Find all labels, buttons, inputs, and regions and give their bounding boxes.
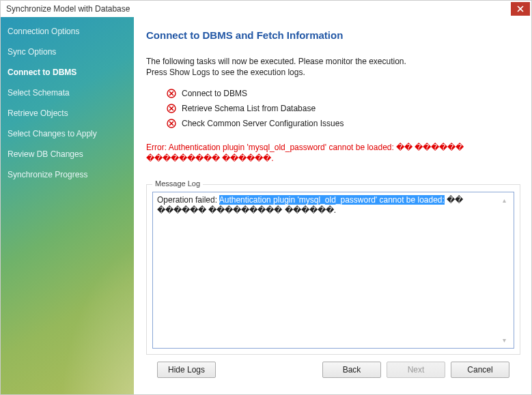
message-log-label: Message Log (152, 179, 203, 188)
log-highlighted: Authentication plugin 'mysql_old_passwor… (219, 195, 445, 205)
task-row: Retrieve Schema List from Database (167, 104, 520, 113)
message-log-group: Message Log Operation failed: Authentica… (146, 184, 520, 355)
task-label: Connect to DBMS (182, 89, 247, 98)
page-description: The following tasks will now be executed… (146, 56, 520, 78)
sidebar-item-retrieve-objects[interactable]: Retrieve Objects (1, 103, 134, 123)
page-title: Connect to DBMS and Fetch Information (146, 29, 520, 41)
sidebar-item-connection-options[interactable]: Connection Options (1, 21, 134, 42)
wizard-sidebar: Connection Options Sync Options Connect … (1, 17, 134, 394)
close-icon (517, 5, 524, 12)
close-button[interactable] (511, 2, 530, 16)
button-bar: Hide Logs Back Next Cancel (146, 355, 520, 387)
window-title: Synchronize Model with Database (6, 4, 130, 14)
back-button[interactable]: Back (322, 362, 381, 378)
error-icon (167, 104, 176, 113)
description-line-1: The following tasks will now be executed… (146, 57, 406, 66)
sidebar-item-select-changes[interactable]: Select Changes to Apply (1, 123, 134, 144)
scrollbar[interactable]: ▴ ▾ (503, 195, 512, 345)
dialog-body: Connection Options Sync Options Connect … (1, 17, 531, 394)
next-button[interactable]: Next (387, 362, 445, 378)
description-line-2: Press Show Logs to see the execution log… (146, 68, 305, 77)
dialog-window: Synchronize Model with Database Connecti… (0, 0, 532, 395)
sidebar-item-review-changes[interactable]: Review DB Changes (1, 144, 134, 164)
log-prefix: Operation failed: (157, 195, 219, 205)
message-log[interactable]: Operation failed: Authentication plugin … (152, 192, 514, 349)
cancel-button[interactable]: Cancel (451, 362, 509, 378)
error-message: Error: Authentication plugin 'mysql_old_… (146, 142, 520, 164)
sidebar-item-connect-dbms[interactable]: Connect to DBMS (1, 62, 134, 83)
task-row: Connect to DBMS (167, 89, 520, 98)
scroll-up-icon: ▴ (503, 195, 512, 205)
error-icon (167, 119, 176, 128)
main-panel: Connect to DBMS and Fetch Information Th… (134, 17, 531, 394)
task-row: Check Common Server Configuration Issues (167, 119, 520, 128)
hide-logs-button[interactable]: Hide Logs (157, 362, 216, 378)
task-list: Connect to DBMS Retrieve Schema List fro… (167, 89, 520, 134)
sidebar-item-sync-options[interactable]: Sync Options (1, 42, 134, 62)
task-label: Check Common Server Configuration Issues (182, 119, 344, 128)
scroll-down-icon: ▾ (503, 335, 512, 345)
task-label: Retrieve Schema List from Database (182, 104, 316, 113)
titlebar: Synchronize Model with Database (1, 1, 531, 17)
error-icon (167, 89, 176, 98)
sidebar-item-select-schemata[interactable]: Select Schemata (1, 83, 134, 103)
sidebar-item-sync-progress[interactable]: Synchronize Progress (1, 164, 134, 185)
